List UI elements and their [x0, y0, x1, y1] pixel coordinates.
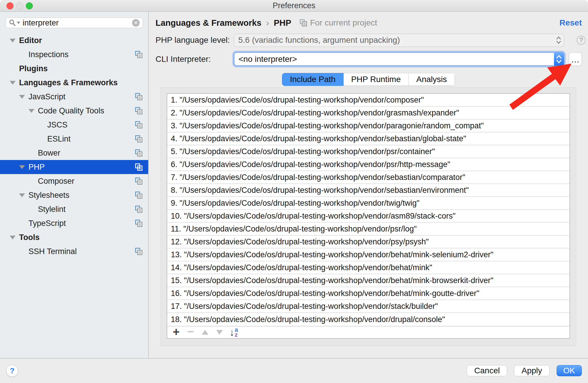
sidebar-item-inspections[interactable]: Inspections: [0, 47, 148, 62]
include-path-row[interactable]: 9. "/Users/opdavies/Code/os/drupal-testi…: [167, 197, 570, 210]
include-path-row[interactable]: 2. "/Users/opdavies/Code/os/drupal-testi…: [167, 107, 570, 120]
clear-search-icon[interactable]: ✕: [132, 19, 140, 27]
language-level-select[interactable]: 5.6 (variadic functions, argument unpack…: [234, 34, 564, 47]
cli-interpreter-row: CLI Interpreter: <no interpreter> ...: [156, 52, 588, 66]
sidebar-item-label: PHP: [28, 163, 45, 172]
language-level-help-button[interactable]: ?: [577, 36, 586, 45]
include-path-row[interactable]: 6. "/Users/opdavies/Code/os/drupal-testi…: [167, 158, 570, 171]
sidebar-item-stylesheets[interactable]: Stylesheets: [0, 188, 148, 202]
per-project-settings-icon: [135, 191, 143, 199]
sidebar-item-composer[interactable]: Composer: [0, 174, 148, 188]
cli-interpreter-select[interactable]: <no interpreter>: [234, 52, 564, 66]
include-path-row[interactable]: 14. "/Users/opdavies/Code/os/drupal-test…: [167, 261, 570, 274]
disclosure-triangle-icon: [28, 151, 38, 155]
disclosure-triangle-icon: [38, 137, 47, 141]
sidebar-item-typescript[interactable]: TypeScript: [0, 216, 148, 230]
sort-arrow-icon: ↓: [229, 327, 234, 338]
sort-alphabetically-button[interactable]: ↓ a z: [227, 327, 241, 338]
sidebar-item-eslint[interactable]: ESLint: [0, 132, 148, 146]
sidebar-item-php[interactable]: PHP: [0, 160, 148, 174]
per-project-settings-icon: [135, 177, 143, 185]
include-path-text: 15. "/Users/opdavies/Code/os/drupal-test…: [171, 276, 494, 285]
minimize-window-button[interactable]: [16, 2, 23, 9]
move-down-button[interactable]: [212, 330, 227, 335]
sidebar-item-label: Code Quality Tools: [38, 106, 104, 115]
sidebar-item-label: Stylelint: [38, 205, 66, 214]
include-path-text: 2. "/Users/opdavies/Code/os/drupal-testi…: [171, 108, 459, 118]
php-settings-page: Languages & Frameworks › PHP For current…: [149, 12, 588, 358]
per-project-settings-icon: [135, 121, 143, 129]
include-path-text: 6. "/Users/opdavies/Code/os/drupal-testi…: [171, 160, 450, 169]
include-path-row[interactable]: 8. "/Users/opdavies/Code/os/drupal-testi…: [167, 184, 570, 197]
apply-button[interactable]: Apply: [514, 365, 549, 376]
sidebar-item-stylelint[interactable]: Stylelint: [0, 202, 148, 216]
remove-path-button[interactable]: −: [183, 327, 198, 338]
disclosure-triangle-icon[interactable]: [19, 165, 28, 169]
include-path-row[interactable]: 4. "/Users/opdavies/Code/os/drupal-testi…: [167, 132, 570, 145]
include-path-text: 4. "/Users/opdavies/Code/os/drupal-testi…: [171, 134, 466, 143]
per-project-settings-icon: [135, 205, 143, 213]
cancel-button[interactable]: Cancel: [467, 365, 507, 376]
disclosure-triangle-icon[interactable]: [28, 109, 38, 113]
reset-link[interactable]: Reset: [560, 18, 582, 28]
sidebar-item-label: Stylesheets: [28, 191, 70, 200]
per-project-settings-icon: [135, 107, 143, 115]
ok-button[interactable]: OK: [557, 365, 582, 376]
include-path-text: 3. "/Users/opdavies/Code/os/drupal-testi…: [171, 121, 484, 130]
dialog-footer: ? Cancel Apply OK: [0, 358, 588, 383]
disclosure-triangle-icon[interactable]: [10, 236, 19, 239]
tab-include-path[interactable]: Include Path: [282, 73, 344, 86]
triangle-up-icon: [202, 330, 208, 335]
browse-interpreters-button[interactable]: ...: [569, 52, 582, 66]
include-path-row[interactable]: 10. "/Users/opdavies/Code/os/drupal-test…: [167, 210, 570, 223]
traffic-lights: [6, 0, 33, 11]
sidebar-item-javascript[interactable]: JavaScript: [0, 90, 148, 104]
include-path-row[interactable]: 11. "/Users/opdavies/Code/os/drupal-test…: [167, 223, 570, 236]
include-path-row[interactable]: 18. "/Users/opdavies/Code/os/drupal-test…: [167, 313, 570, 326]
add-path-button[interactable]: +: [169, 326, 183, 338]
sidebar-item-label: Plugins: [19, 64, 48, 73]
sidebar-item-label: Editor: [19, 36, 42, 45]
include-path-row[interactable]: 5. "/Users/opdavies/Code/os/drupal-testi…: [167, 145, 570, 158]
settings-search-field[interactable]: interpreter ✕: [6, 18, 143, 28]
disclosure-triangle-icon[interactable]: [19, 193, 28, 197]
sidebar-item-code-quality-tools[interactable]: Code Quality Tools: [0, 104, 148, 118]
per-project-settings-icon: [135, 163, 143, 171]
include-path-row[interactable]: 17. "/Users/opdavies/Code/os/drupal-test…: [167, 300, 570, 313]
help-button[interactable]: ?: [6, 365, 18, 377]
tab-analysis[interactable]: Analysis: [409, 73, 455, 86]
include-path-row[interactable]: 1. "/Users/opdavies/Code/os/drupal-testi…: [167, 94, 570, 107]
sidebar-item-jscs[interactable]: JSCS: [0, 118, 148, 132]
move-up-button[interactable]: [198, 330, 212, 335]
sidebar-item-tools[interactable]: Tools: [0, 230, 148, 244]
zoom-window-button[interactable]: [26, 2, 33, 9]
breadcrumb-parent[interactable]: Languages & Frameworks: [156, 18, 261, 28]
disclosure-triangle-icon[interactable]: [10, 39, 19, 42]
include-path-row[interactable]: 3. "/Users/opdavies/Code/os/drupal-testi…: [167, 120, 570, 132]
breadcrumb: Languages & Frameworks › PHP For current…: [156, 16, 582, 29]
include-path-row[interactable]: 13. "/Users/opdavies/Code/os/drupal-test…: [167, 248, 570, 261]
sidebar-item-editor[interactable]: Editor: [0, 33, 148, 47]
search-options-caret-icon[interactable]: [17, 22, 20, 24]
include-path-row[interactable]: 7. "/Users/opdavies/Code/os/drupal-testi…: [167, 171, 570, 184]
disclosure-triangle-icon[interactable]: [19, 95, 28, 99]
tab-php-runtime[interactable]: PHP Runtime: [344, 73, 409, 86]
include-path-list: 1. "/Users/opdavies/Code/os/drupal-testi…: [167, 94, 570, 326]
sort-az-icon: a z: [235, 327, 238, 337]
include-path-row[interactable]: 16. "/Users/opdavies/Code/os/drupal-test…: [167, 287, 570, 300]
include-path-text: 10. "/Users/opdavies/Code/os/drupal-test…: [171, 212, 456, 221]
disclosure-triangle-icon[interactable]: [10, 81, 19, 85]
include-path-text: 14. "/Users/opdavies/Code/os/drupal-test…: [171, 263, 432, 272]
sidebar-item-bower[interactable]: Bower: [0, 146, 148, 160]
stepper-icon[interactable]: [554, 52, 564, 66]
include-path-text: 12. "/Users/opdavies/Code/os/drupal-test…: [171, 237, 429, 246]
preferences-window: Preferences interpreter ✕ EditorInspecti…: [0, 0, 588, 383]
close-window-button[interactable]: [6, 2, 13, 9]
sidebar-item-languages-frameworks[interactable]: Languages & Frameworks: [0, 76, 148, 90]
include-path-row[interactable]: 12. "/Users/opdavies/Code/os/drupal-test…: [167, 236, 570, 248]
sidebar-item-label: SSH Terminal: [28, 247, 77, 256]
sidebar-item-label: Tools: [19, 233, 40, 242]
include-path-row[interactable]: 15. "/Users/opdavies/Code/os/drupal-test…: [167, 274, 570, 287]
sidebar-item-plugins[interactable]: Plugins: [0, 62, 148, 76]
sidebar-item-ssh-terminal[interactable]: SSH Terminal: [0, 244, 148, 258]
